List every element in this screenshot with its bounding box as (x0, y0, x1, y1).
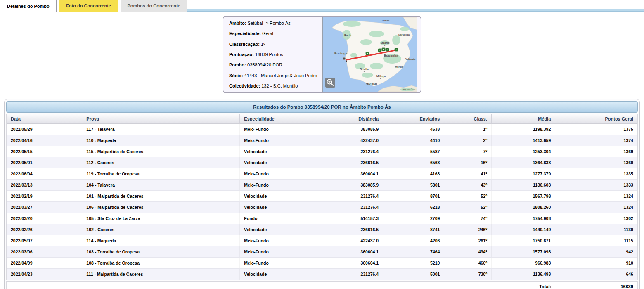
info-field-value: 16839 Pontos (255, 52, 283, 57)
cell-prova: 110 - Maqueda (82, 135, 240, 146)
map-zoom-in-button[interactable] (325, 78, 335, 88)
table-row: 2022/05/01 112 - Caceres Velocidade 2366… (7, 157, 637, 168)
map-label-valencia: Valência (405, 58, 416, 60)
cell-media: 1364.833 (492, 157, 555, 168)
cell-media: 1440.149 (492, 224, 555, 235)
cell-prova: 119 - Torralba de Oropesa (82, 168, 240, 179)
cell-media: 1750.671 (492, 235, 555, 246)
cell-distancia: 383085.9 (322, 124, 383, 135)
cell-data: 2022/03/06 (7, 246, 82, 257)
table-row: 2022/05/29 117 - Talavera Meio-Fundo 383… (7, 124, 637, 135)
cell-data: 2022/05/29 (7, 124, 82, 135)
cell-class: 74º (444, 213, 492, 224)
cell-prova: 112 - Caceres (82, 157, 240, 168)
cell-class: 41º (444, 168, 492, 179)
cell-class: 434º (444, 246, 492, 257)
cell-media: 1577.098 (492, 246, 555, 257)
cell-pontos-geral: 646 (555, 269, 637, 280)
cell-enviados: 4633 (383, 124, 444, 135)
map-label-saragoca: Saragoça (398, 33, 410, 36)
cell-especialidade: Velocidade (240, 146, 322, 157)
cell-class: 246º (444, 224, 492, 235)
cell-data: 2022/04/23 (7, 269, 82, 280)
cell-especialidade: Velocidade (240, 157, 322, 168)
info-field-pombo: Pombo: 0358994/20 POR (229, 62, 318, 67)
column-header-especialidade: Especialidade (240, 114, 322, 123)
cell-distancia: 231276.4 (322, 146, 383, 157)
info-field-ambito: Âmbito: Setúbal -> Pombo Ás (229, 21, 318, 26)
info-field-label: Especialidade: (229, 31, 261, 36)
cell-enviados: 4206 (383, 235, 444, 246)
cell-distancia: 383085.9 (322, 180, 383, 190)
cell-data: 2022/04/09 (7, 258, 82, 268)
table-row: 2022/03/06 103 - Torralba de Oropesa Mei… (7, 246, 637, 258)
total-label: Total: (492, 284, 555, 289)
table-row: 2022/03/13 104 - Talavera Meio-Fundo 383… (7, 180, 637, 191)
map-label-murcia: Múrcia (395, 66, 403, 68)
info-field-label: Pontuação: (229, 52, 254, 57)
cell-data: 2022/02/26 (7, 224, 82, 235)
map-attribution: Map data ©2022 (402, 88, 417, 91)
info-field-pontuacao: Pontuação: 16839 Pontos (229, 52, 318, 57)
tab-pombos-do-concorrente[interactable]: Pombos do Concorrente (121, 0, 187, 12)
info-field-especialidade: Especialidade: Geral (229, 31, 318, 36)
cell-especialidade: Meio-Fundo (240, 135, 322, 146)
cell-class: 52º (444, 191, 492, 201)
cell-media: 966.983 (492, 258, 555, 268)
cell-distancia: 236616.5 (322, 157, 383, 168)
tab-foto-do-concorrente[interactable]: Foto do Concorrente (59, 0, 118, 12)
cell-especialidade: Meio-Fundo (240, 180, 322, 190)
table-row: 2022/04/16 110 - Maqueda Meio-Fundo 4224… (7, 135, 637, 146)
cell-pontos-geral: 1360 (555, 157, 637, 168)
cell-enviados: 7464 (383, 246, 444, 257)
cell-enviados: 8701 (383, 191, 444, 201)
cell-distancia: 360604.1 (322, 258, 383, 268)
cell-especialidade: Velocidade (240, 191, 322, 201)
info-field-value: 1º (261, 42, 265, 47)
cell-class: 7º (444, 146, 492, 157)
cell-pontos-geral: 1335 (555, 168, 637, 179)
cell-enviados: 5801 (383, 180, 444, 190)
pigeon-info-fields: Âmbito: Setúbal -> Pombo Ás Especialidad… (229, 21, 318, 88)
cell-pontos-geral: 1369 (555, 146, 637, 157)
cell-prova: 104 - Talavera (82, 180, 240, 190)
map-label-espanha: Espanha (384, 54, 398, 57)
cell-data: 2022/05/07 (7, 235, 82, 246)
cell-especialidade: Meio-Fundo (240, 258, 322, 268)
cell-pontos-geral: 1333 (555, 180, 637, 190)
cell-especialidade: Fundo (240, 213, 322, 224)
cell-data: 2022/04/16 (7, 135, 82, 146)
cell-enviados: 2709 (383, 213, 444, 224)
cell-distancia: 360604.1 (322, 168, 383, 179)
cell-especialidade: Velocidade (240, 224, 322, 235)
cell-especialidade: Meio-Fundo (240, 124, 322, 135)
cell-pontos-geral: 1324 (555, 202, 637, 213)
cell-data: 2022/03/13 (7, 180, 82, 190)
cell-distancia: 422437.0 (322, 235, 383, 246)
table-row: 2022/03/20 105 - Sta Cruz de La Zarza Fu… (7, 213, 637, 224)
cell-media: 1136.493 (492, 269, 555, 280)
info-field-value: 132 - S.C. Montijo (261, 83, 298, 88)
cell-data: 2022/03/27 (7, 202, 82, 213)
info-field-value: Geral (262, 31, 273, 36)
tab-detalhes-do-pombo[interactable]: Detalhes do Pombo (0, 0, 57, 12)
column-header-prova: Prova (82, 114, 240, 123)
info-field-classificacao: Classificação: 1º (229, 42, 318, 47)
cell-prova: 105 - Sta Cruz de La Zarza (82, 213, 240, 224)
column-header-distancia: Distância (322, 114, 383, 123)
info-field-label: Classificação: (229, 42, 260, 47)
cell-data: 2022/03/20 (7, 213, 82, 224)
cell-pontos-geral: 1324 (555, 191, 637, 201)
cell-especialidade: Meio-Fundo (240, 168, 322, 179)
results-table: Data Prova Especialidade Distância Envia… (6, 114, 638, 280)
cell-enviados: 8741 (383, 224, 444, 235)
cell-enviados: 6563 (383, 157, 444, 168)
table-row: 2022/03/27 106 - Malpartida de Caceres V… (7, 202, 637, 213)
map-label-malaga: Málaga (376, 75, 386, 78)
results-panel: Resultados do Pombo 0358994/20 POR no Âm… (4, 99, 640, 289)
route-map[interactable]: Porto Bilbao Saragoça Madrid Portugal Es… (322, 17, 417, 92)
cell-class: 16º (444, 157, 492, 168)
cell-prova: 114 - Maqueda (82, 235, 240, 246)
cell-prova: 102 - Caceres (82, 224, 240, 235)
column-header-enviados: Enviados (383, 114, 444, 123)
